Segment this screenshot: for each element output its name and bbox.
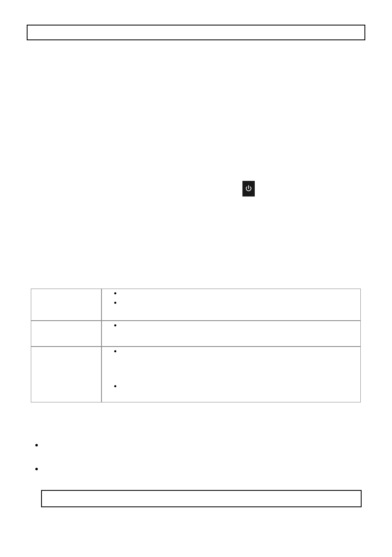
table-row	[31, 321, 361, 347]
table-cell-right	[101, 347, 361, 402]
power-icon	[242, 181, 255, 196]
table-row	[31, 289, 361, 321]
bullet-icon	[114, 302, 116, 304]
bullet-icon	[114, 324, 116, 326]
table-cell-left	[31, 321, 101, 347]
bullet-icon	[114, 385, 116, 387]
table-cell-left	[31, 289, 101, 321]
bullet-icon	[114, 350, 116, 352]
table-cell-right	[101, 289, 361, 321]
table-row	[31, 347, 361, 402]
bottom-bordered-box	[41, 490, 362, 507]
list-item	[114, 324, 355, 326]
content-table	[31, 289, 361, 402]
table-cell-left	[31, 347, 101, 402]
bullet-icon	[114, 292, 116, 294]
list-item	[114, 350, 355, 352]
list-item	[114, 385, 355, 387]
bullet-icon	[35, 444, 38, 446]
list-item	[114, 302, 355, 304]
table-cell-right	[101, 321, 361, 347]
list-item	[114, 292, 355, 294]
bottom-bullet-list	[35, 444, 38, 492]
top-bordered-box	[27, 25, 365, 40]
bullet-icon	[35, 468, 38, 470]
